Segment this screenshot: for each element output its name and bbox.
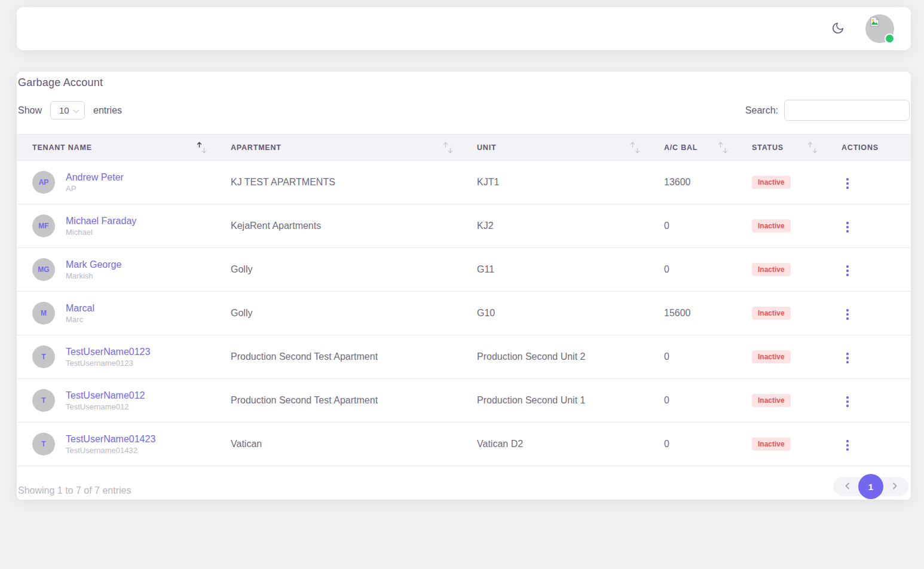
moon-icon	[831, 22, 845, 36]
column-header-actions: ACTIONS	[826, 134, 911, 161]
unit-cell: Production Second Unit 1	[461, 379, 648, 423]
tenant-username: Markish	[66, 271, 121, 280]
sort-icon	[443, 140, 453, 155]
page-length-value: 10	[59, 105, 69, 115]
user-avatar[interactable]	[865, 14, 894, 43]
table-header-row: TENANT NAME APARTMENT	[17, 134, 911, 161]
chevron-down-icon	[73, 105, 79, 115]
page-number-button[interactable]: 1	[858, 474, 883, 499]
previous-page-button[interactable]	[839, 479, 855, 494]
search-input[interactable]	[784, 100, 910, 121]
column-header-status[interactable]: STATUS	[736, 134, 826, 161]
status-badge: Inactive	[752, 219, 791, 233]
apartment-cell: Golly	[215, 248, 461, 292]
row-actions-button[interactable]	[842, 305, 853, 323]
row-actions-button[interactable]	[842, 349, 853, 367]
tenant-name-link[interactable]: TestUserName012	[66, 390, 145, 401]
tenant-avatar: MF	[32, 215, 55, 237]
balance-cell: 13600	[648, 161, 736, 204]
next-page-button[interactable]	[887, 479, 902, 494]
garbage-account-card: Garbage Account Show 10 entries Search:	[17, 72, 911, 500]
status-badge: Inactive	[752, 263, 791, 276]
tenant-avatar: T	[32, 433, 55, 455]
tenant-avatar: M	[32, 302, 55, 325]
unit-cell: Vatican D2	[461, 423, 648, 466]
status-badge: Inactive	[752, 438, 791, 451]
table-row: T TestUserName0123 TestUsername0123 Prod…	[17, 335, 911, 379]
chevron-right-icon	[892, 482, 898, 491]
tenant-name-link[interactable]: TestUserName01423	[66, 434, 155, 445]
sort-icon	[718, 140, 728, 155]
tenant-username: Michael	[66, 228, 136, 237]
tenant-username: TestUsername0123	[66, 359, 150, 368]
tenant-username: TestUsername012	[66, 402, 145, 411]
status-badge: Inactive	[752, 176, 791, 189]
table-row: MG Mark George Markish Golly G11 0 Inact…	[17, 248, 911, 292]
dark-mode-toggle[interactable]	[830, 20, 846, 37]
search-label: Search:	[745, 105, 778, 116]
tenant-name-link[interactable]: Marcal	[66, 303, 94, 314]
apartment-cell: KJ TEST APARTMENTS	[215, 161, 461, 204]
unit-cell: G11	[461, 248, 648, 292]
row-actions-button[interactable]	[842, 175, 853, 192]
status-badge: Inactive	[752, 394, 791, 407]
tenant-name-link[interactable]: Michael Faraday	[66, 216, 136, 227]
tenant-username: Marc	[66, 315, 94, 324]
row-actions-button[interactable]	[842, 262, 853, 280]
column-header-tenant-name[interactable]: TENANT NAME	[17, 134, 215, 161]
apartment-cell: Production Second Test Apartment	[215, 335, 461, 379]
status-badge: Inactive	[752, 307, 791, 320]
balance-cell: 0	[648, 423, 736, 466]
tenant-avatar: T	[32, 345, 55, 368]
table-row: T TestUserName01423 TestUsername01432 Va…	[17, 423, 911, 466]
tenant-name-link[interactable]: Mark George	[66, 259, 121, 270]
balance-cell: 0	[648, 248, 736, 292]
unit-cell: KJ2	[461, 204, 648, 248]
balance-cell: 0	[648, 379, 736, 423]
column-header-ac-bal[interactable]: A/C BAL	[648, 134, 736, 161]
table-controls: Show 10 entries Search:	[18, 100, 910, 121]
pagination: 1	[833, 477, 908, 496]
sort-icon	[197, 140, 207, 155]
apartment-cell: Vatican	[215, 423, 461, 466]
showing-entries-text: Showing 1 to 7 of 7 entries	[18, 485, 131, 496]
unit-cell: Production Second Unit 2	[461, 335, 648, 379]
tenant-avatar: T	[32, 389, 55, 412]
row-actions-button[interactable]	[842, 393, 853, 411]
table-body: AP Andrew Peter AP KJ TEST APARTMENTS KJ…	[17, 161, 911, 466]
row-actions-button[interactable]	[842, 218, 853, 236]
table-row: M Marcal Marc Golly G10 15600 Inactive	[17, 292, 911, 335]
apartment-cell: Production Second Test Apartment	[215, 379, 461, 423]
tenant-avatar: MG	[32, 258, 55, 281]
tenants-table: TENANT NAME APARTMENT	[17, 134, 911, 466]
balance-cell: 0	[648, 204, 736, 248]
entries-label: entries	[93, 105, 122, 116]
balance-cell: 15600	[648, 292, 736, 335]
table-row: T TestUserName012 TestUsername012 Produc…	[17, 379, 911, 423]
tenant-username: AP	[66, 184, 124, 193]
show-label: Show	[18, 105, 42, 116]
column-header-unit[interactable]: UNIT	[461, 134, 648, 161]
broken-image-icon	[869, 16, 880, 30]
column-header-apartment[interactable]: APARTMENT	[215, 134, 461, 161]
apartment-cell: Golly	[215, 292, 461, 335]
balance-cell: 0	[648, 335, 736, 379]
unit-cell: G10	[461, 292, 648, 335]
tenant-name-link[interactable]: Andrew Peter	[66, 172, 124, 183]
status-badge: Inactive	[752, 350, 791, 363]
unit-cell: KJT1	[461, 161, 648, 204]
table-row: MF Michael Faraday Michael KejaRent Apar…	[17, 204, 911, 248]
tenant-name-link[interactable]: TestUserName0123	[66, 347, 150, 357]
apartment-cell: KejaRent Apartments	[215, 204, 461, 248]
page-length-select[interactable]: 10	[50, 101, 85, 120]
sort-icon	[630, 140, 640, 155]
table-row: AP Andrew Peter AP KJ TEST APARTMENTS KJ…	[17, 161, 911, 204]
top-navbar	[17, 7, 911, 50]
page-title: Garbage Account	[18, 77, 911, 89]
chevron-left-icon	[845, 482, 850, 491]
tenant-username: TestUsername01432	[66, 446, 155, 455]
sort-icon	[807, 140, 818, 155]
table-footer: Showing 1 to 7 of 7 entries 1	[18, 472, 908, 501]
online-status-dot	[886, 35, 894, 42]
row-actions-button[interactable]	[842, 436, 853, 454]
